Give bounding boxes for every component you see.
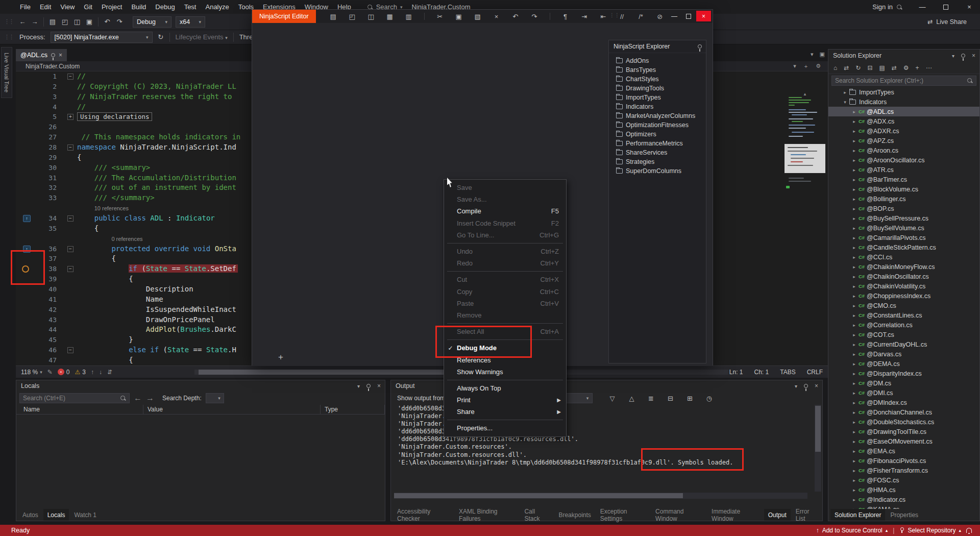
tab-call-stack[interactable]: Call Stack bbox=[520, 509, 553, 521]
paste-icon[interactable]: ▧ bbox=[472, 11, 484, 22]
switch-views-icon[interactable]: ⇄ bbox=[844, 64, 849, 71]
tree-item-fosc-cs[interactable]: ▸C#@FOSC.cs bbox=[828, 475, 979, 485]
context-item-paste[interactable]: PasteCtrl+V bbox=[444, 298, 566, 309]
tree-item-buysellpressure-cs[interactable]: ▸C#@BuySellPressure.cs bbox=[828, 213, 979, 223]
outdent-icon[interactable]: ⇤ bbox=[597, 11, 609, 22]
close-icon[interactable]: × bbox=[377, 382, 381, 389]
ns-folder-strategies[interactable]: Strategies bbox=[609, 157, 706, 166]
new-tab-button[interactable]: + bbox=[278, 352, 283, 362]
column-header-name[interactable]: Name bbox=[16, 405, 143, 414]
ns-folder-optimizationfitnesses[interactable]: OptimizationFitnesses bbox=[609, 120, 706, 130]
close-icon[interactable]: × bbox=[815, 382, 818, 389]
tree-item-buysellvolume-cs[interactable]: ▸C#@BuySellVolume.cs bbox=[828, 223, 979, 233]
expand-icon[interactable]: ▸ bbox=[851, 264, 857, 270]
expand-icon[interactable]: ▸ bbox=[851, 429, 857, 434]
tab-breakpoints[interactable]: Breakpoints bbox=[554, 509, 595, 521]
expand-icon[interactable]: ▸ bbox=[842, 90, 848, 95]
expand-icon[interactable]: ▸ bbox=[851, 294, 857, 299]
tree-item-importtypes[interactable]: ▸ImportTypes bbox=[828, 87, 979, 97]
refresh-icon[interactable]: ↻ bbox=[855, 64, 861, 71]
tree-item-candlestickpattern-cs[interactable]: ▸C#@CandleStickPattern.cs bbox=[828, 242, 979, 252]
tree-item-adl-cs[interactable]: ▸C#@ADL.cs bbox=[828, 107, 979, 116]
open-file-icon[interactable]: ◰ bbox=[346, 11, 358, 22]
goto-prev-icon[interactable]: △ bbox=[625, 393, 638, 404]
expand-icon[interactable]: ▸ bbox=[851, 216, 857, 221]
minimap[interactable]: ▲ bbox=[785, 95, 827, 248]
collapsed-region[interactable]: Using declarations bbox=[77, 112, 152, 121]
minimize-button[interactable]: — bbox=[912, 0, 933, 14]
tab-watch-1[interactable]: Watch 1 bbox=[70, 509, 101, 521]
clear-all-icon[interactable]: ⊟ bbox=[664, 393, 676, 404]
expand-icon[interactable]: ▸ bbox=[851, 206, 857, 211]
new-file-icon[interactable]: ▤ bbox=[327, 11, 339, 22]
document-list-icon[interactable]: ▾ bbox=[811, 51, 814, 58]
tab-properties[interactable]: Properties bbox=[886, 509, 922, 521]
scrollbar-thumb[interactable] bbox=[815, 406, 821, 452]
expand-icon[interactable]: ▸ bbox=[851, 439, 857, 444]
collapse-region-icon[interactable]: − bbox=[67, 74, 74, 80]
lifecycle-events-dropdown[interactable]: Lifecycle Events ▾ bbox=[176, 33, 228, 41]
close-button[interactable]: × bbox=[959, 0, 980, 14]
column-header-type[interactable]: Type bbox=[321, 405, 385, 414]
ns-folder-importtypes[interactable]: ImportTypes bbox=[609, 93, 706, 102]
expand-icon[interactable]: ▸ bbox=[851, 381, 857, 386]
error-count[interactable]: ×0 bbox=[58, 369, 70, 376]
tab-command-window[interactable]: Command Window bbox=[651, 509, 706, 521]
sync-with-active-document-icon[interactable]: ⇄ bbox=[892, 64, 897, 71]
notifications-bell-icon[interactable] bbox=[966, 528, 972, 533]
expand-region-icon[interactable]: + bbox=[67, 114, 74, 120]
ns-folder-addons[interactable]: AddOns bbox=[609, 56, 706, 65]
collapse-region-icon[interactable]: − bbox=[67, 347, 74, 353]
next-icon[interactable]: → bbox=[146, 394, 154, 403]
expand-icon[interactable]: ▸ bbox=[851, 226, 857, 231]
tab-xaml-binding-failures[interactable]: XAML Binding Failures bbox=[455, 509, 519, 521]
expand-icon[interactable]: ▸ bbox=[851, 187, 857, 192]
undo-icon[interactable]: ↶ bbox=[509, 11, 522, 22]
tab-output[interactable]: Output bbox=[764, 509, 791, 521]
collapse-region-icon[interactable]: − bbox=[67, 215, 74, 222]
refresh-process-icon[interactable]: ↻ bbox=[155, 32, 167, 43]
redo-icon[interactable]: ↷ bbox=[528, 11, 541, 22]
expand-icon[interactable]: ▸ bbox=[851, 109, 857, 114]
collapse-icon[interactable]: ▾ bbox=[842, 100, 848, 105]
timestamp-icon[interactable]: ◷ bbox=[703, 393, 715, 404]
tree-item-choppinessindex-cs[interactable]: ▸C#@ChoppinessIndex.cs bbox=[828, 291, 979, 301]
context-item-print[interactable]: Print▶ bbox=[444, 394, 566, 406]
breadcrumb-item[interactable]: NinjaTrader.Custom bbox=[26, 63, 80, 70]
tree-item-cmo-cs[interactable]: ▸C#@CMO.cs bbox=[828, 301, 979, 310]
warning-count[interactable]: ⚠3 bbox=[75, 369, 85, 376]
tab-immediate-window[interactable]: Immediate Window bbox=[707, 509, 763, 521]
menu-debug[interactable]: Debug bbox=[151, 3, 179, 11]
goto-next-icon[interactable]: ▽ bbox=[606, 393, 618, 404]
context-item-save[interactable]: Save bbox=[444, 182, 566, 193]
tree-item-dm-cs[interactable]: ▸C#@DM.cs bbox=[828, 378, 979, 388]
menu-edit[interactable]: Edit bbox=[35, 3, 56, 11]
tree-item-doublestochastics-cs[interactable]: ▸C#@DoubleStochastics.cs bbox=[828, 417, 979, 427]
column-header-value[interactable]: Value bbox=[143, 405, 321, 414]
more-icon[interactable]: ⋯ bbox=[926, 64, 932, 71]
pin-icon[interactable] bbox=[961, 54, 965, 58]
tree-item-dmindex-cs[interactable]: ▸C#@DMIndex.cs bbox=[828, 398, 979, 407]
live-visual-tree-tab[interactable]: Live Visual Tree bbox=[1, 47, 12, 98]
settings-icon[interactable]: ⚙ bbox=[816, 63, 821, 69]
close-button[interactable]: × bbox=[696, 11, 711, 21]
tree-item-currentdayohl-cs[interactable]: ▸C#@CurrentDayOHL.cs bbox=[828, 339, 979, 349]
cut-icon[interactable]: ✂ bbox=[434, 11, 446, 22]
source-control-glyph[interactable]: ⇵ bbox=[107, 369, 112, 376]
tree-item-blockvolume-cs[interactable]: ▸C#@BlockVolume.cs bbox=[828, 184, 979, 194]
save-all-icon[interactable]: ▣ bbox=[83, 16, 95, 28]
tree-item-correlation-cs[interactable]: ▸C#@Correlation.cs bbox=[828, 320, 979, 330]
tree-item-cci-cs[interactable]: ▸C#@CCI.cs bbox=[828, 252, 979, 262]
tabs-indicator[interactable]: TABS bbox=[780, 369, 795, 376]
toolbar-grip[interactable]: ⋮⋮ bbox=[4, 18, 13, 25]
tree-item-camarillapivots-cs[interactable]: ▸C#@CamarillaPivots.cs bbox=[828, 233, 979, 242]
tab-locals[interactable]: Locals bbox=[43, 509, 69, 521]
expand-icon[interactable]: ▸ bbox=[851, 497, 857, 502]
ns-folder-drawingtools[interactable]: DrawingTools bbox=[609, 84, 706, 93]
scroll-up-icon[interactable]: ▲ bbox=[803, 92, 807, 96]
ns-folder-shareservices[interactable]: ShareServices bbox=[609, 148, 706, 157]
tree-item-chaikinmoneyflow-cs[interactable]: ▸C#@ChaikinMoneyFlow.cs bbox=[828, 262, 979, 272]
platform-dropdown[interactable]: x64 ▾ bbox=[176, 16, 205, 28]
context-item-cut[interactable]: CutCtrl+X bbox=[444, 274, 566, 285]
tab-solution-explorer[interactable]: Solution Explorer bbox=[830, 509, 885, 521]
